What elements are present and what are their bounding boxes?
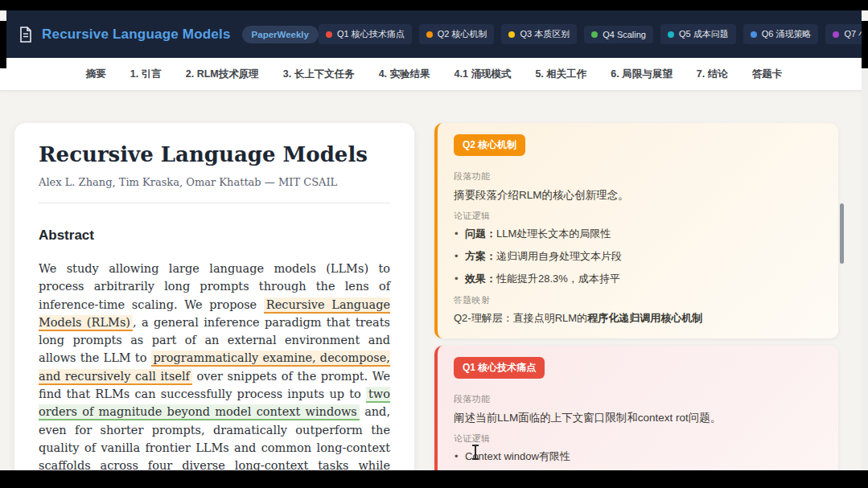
letterbox-edge-left	[0, 21, 6, 68]
nav-item-10[interactable]: 答题卡	[752, 68, 783, 81]
paper-title: Recursive Language Models	[39, 142, 390, 166]
top-header-bar: Recursive Language Models PaperWeekly Q1…	[6, 10, 862, 58]
highlight-orange[interactable]: Recursive Language Models (RLMs)	[39, 297, 390, 331]
app-window: Recursive Language Models PaperWeekly Q1…	[0, 10, 868, 470]
divider	[39, 203, 390, 203]
logic-bullet-list: Context window有限性Context rot现象：随prompt增长…	[454, 449, 822, 470]
letterbox-bar-bottom	[0, 470, 868, 488]
question-pill-q2[interactable]: Q2 核心机制	[419, 24, 495, 44]
argument-logic-label: 论证逻辑	[454, 433, 822, 445]
pill-color-dot	[833, 31, 839, 38]
paragraph-function-text: 阐述当前LLM面临的上下文窗口限制和context rot问题。	[454, 410, 822, 426]
letterbox-bar-top	[0, 0, 868, 10]
nav-item-6[interactable]: 4.1 涌现模式	[455, 68, 512, 81]
bullet-lead: 问题：	[465, 228, 496, 240]
paperweekly-badge: PaperWeekly	[242, 26, 319, 43]
pill-color-dot	[426, 31, 433, 38]
annotation-card-1: Q2 核心机制段落功能摘要段落介绍RLM的核心创新理念。论证逻辑问题：LLM处理…	[434, 123, 838, 338]
paragraph-function-label: 段落功能	[454, 170, 822, 182]
nav-item-5[interactable]: 4. 实验结果	[379, 68, 430, 81]
nav-item-1[interactable]: 摘要	[86, 68, 106, 81]
paper-authors: Alex L. Zhang, Tim Kraska, Omar Khattab …	[39, 176, 390, 188]
question-pill-q1[interactable]: Q1 核心技术痛点	[319, 24, 412, 44]
abstract-body: We study allowing large language models …	[39, 260, 390, 470]
argument-logic-label: 论证逻辑	[454, 210, 822, 222]
abstract-heading: Abstract	[39, 228, 390, 244]
logic-bullet-list: 问题：LLM处理长文本的局限性方案：递归调用自身处理文本片段效果：性能提升28.…	[454, 227, 822, 287]
nav-item-7[interactable]: 5. 相关工作	[535, 68, 586, 81]
pill-label: Q6 涌现策略	[762, 28, 812, 40]
paragraph-function-label: 段落功能	[454, 393, 822, 405]
highlight-green[interactable]: two orders of magnitude beyond model con…	[39, 387, 390, 420]
paper-card: Recursive Language Models Alex L. Zhang,…	[14, 123, 414, 470]
card-question-badge: Q2 核心机制	[454, 134, 525, 156]
pill-color-dot	[326, 31, 332, 38]
annotation-cards-column: Q2 核心机制段落功能摘要段落介绍RLM的核心创新理念。论证逻辑问题：LLM处理…	[434, 123, 838, 470]
logic-bullet-3: 效果：性能提升28.3%，成本持平	[465, 272, 822, 286]
nav-item-2[interactable]: 1. 引言	[130, 68, 162, 81]
nav-item-3[interactable]: 2. RLM技术原理	[186, 68, 259, 81]
logic-bullet-1: Context window有限性	[465, 449, 822, 464]
question-pill-q3[interactable]: Q3 本质区别	[501, 24, 577, 44]
pill-label: Q4 Scaling	[603, 30, 646, 39]
app-title: Recursive Language Models	[42, 27, 231, 43]
nav-item-8[interactable]: 6. 局限与展望	[611, 68, 672, 81]
annotation-card-2: Q1 核心技术痛点段落功能阐述当前LLM面临的上下文窗口限制和context r…	[434, 346, 838, 470]
pill-label: Q5 成本问题	[679, 28, 729, 40]
nav-item-4[interactable]: 3. 长上下文任务	[283, 68, 355, 81]
pill-color-dot	[591, 31, 598, 38]
browser-scrollbar[interactable]	[862, 21, 868, 470]
panel-scrollbar-thumb[interactable]	[840, 203, 844, 264]
answer-mapping-label: 答题映射	[454, 294, 822, 306]
question-pill-q4[interactable]: Q4 Scaling	[584, 26, 653, 43]
question-pill-q5[interactable]: Q5 成本问题	[660, 24, 736, 44]
pill-label: Q3 本质区别	[520, 28, 570, 40]
pill-color-dot	[508, 31, 515, 38]
pill-label: Q1 核心技术痛点	[337, 28, 405, 40]
letterbox-edge-right	[862, 21, 868, 68]
pill-label: Q2 核心机制	[438, 28, 487, 40]
main-content: Recursive Language Models Alex L. Zhang,…	[0, 90, 868, 470]
section-nav-bar: 摘要1. 引言2. RLM技术原理3. 长上下文任务4. 实验结果4.1 涌现模…	[0, 58, 868, 91]
bullet-lead: 效果：	[465, 273, 496, 285]
pill-color-dot	[751, 31, 757, 38]
question-pills-row: Q1 核心技术痛点Q2 核心机制Q3 本质区别Q4 ScalingQ5 成本问题…	[319, 24, 868, 44]
question-pill-q6[interactable]: Q6 涌现策略	[743, 24, 819, 44]
card-question-badge: Q1 核心技术痛点	[454, 357, 545, 379]
logic-bullet-1: 问题：LLM处理长文本的局限性	[465, 227, 822, 241]
paragraph-function-text: 摘要段落介绍RLM的核心创新理念。	[454, 187, 822, 203]
pill-color-dot	[668, 31, 674, 38]
answer-mapping-text: Q2-理解层：直接点明RLM的程序化递归调用核心机制	[454, 311, 822, 326]
screen-frame: Recursive Language Models PaperWeekly Q1…	[0, 0, 868, 488]
bullet-lead: 方案：	[465, 250, 496, 262]
highlight-orange[interactable]: programmatically examine, decompose, and…	[39, 351, 390, 384]
logic-bullet-2: 方案：递归调用自身处理文本片段	[465, 249, 822, 264]
nav-item-9[interactable]: 7. 结论	[697, 68, 728, 81]
document-icon	[18, 27, 34, 43]
